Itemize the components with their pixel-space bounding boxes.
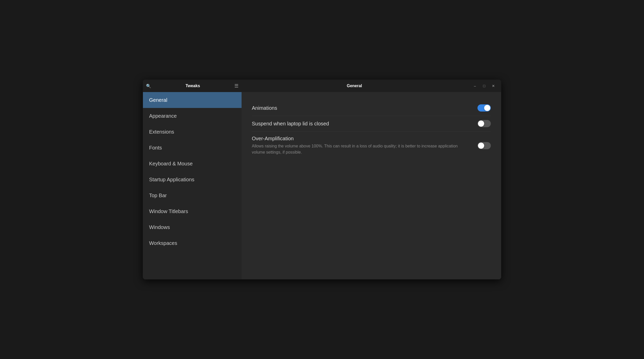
titlebar: 🔍 Tweaks ☰ General – □ ✕: [143, 80, 501, 92]
section-title: General: [347, 84, 362, 88]
setting-row-suspend-laptop-lid: Suspend when laptop lid is closed: [252, 116, 491, 132]
setting-label-over-amplification: Over-Amplification: [252, 136, 471, 142]
setting-left-suspend-laptop-lid: Suspend when laptop lid is closed: [252, 121, 477, 127]
app-name: Tweaks: [154, 84, 232, 88]
close-button[interactable]: ✕: [490, 82, 497, 89]
app-window: 🔍 Tweaks ☰ General – □ ✕ GeneralAppearan…: [143, 79, 501, 280]
maximize-button[interactable]: □: [481, 82, 488, 89]
setting-label-animations: Animations: [252, 105, 471, 111]
sidebar-item-fonts[interactable]: Fonts: [143, 140, 242, 156]
menu-icon[interactable]: ☰: [234, 83, 238, 89]
setting-row-animations: Animations: [252, 100, 491, 116]
sidebar-item-window-titlebars[interactable]: Window Titlebars: [143, 203, 242, 219]
sidebar: GeneralAppearanceExtensionsFontsKeyboard…: [143, 92, 242, 279]
minimize-button[interactable]: –: [471, 82, 479, 89]
sidebar-item-extensions[interactable]: Extensions: [143, 124, 242, 140]
setting-label-suspend-laptop-lid: Suspend when laptop lid is closed: [252, 121, 471, 127]
toggle-suspend-laptop-lid[interactable]: [477, 120, 491, 127]
toggle-over-amplification[interactable]: [477, 142, 491, 149]
toggle-slider-animations: [477, 104, 491, 112]
sidebar-item-appearance[interactable]: Appearance: [143, 108, 242, 124]
setting-row-over-amplification: Over-AmplificationAllows raising the vol…: [252, 132, 491, 159]
sidebar-item-keyboard-mouse[interactable]: Keyboard & Mouse: [143, 156, 242, 172]
titlebar-controls: – □ ✕: [467, 82, 501, 89]
toggle-slider-over-amplification: [477, 142, 491, 149]
sidebar-item-workspaces[interactable]: Workspaces: [143, 235, 242, 251]
titlebar-center: General: [242, 84, 467, 88]
sidebar-item-windows[interactable]: Windows: [143, 219, 242, 235]
toggle-knob-over-amplification: [478, 143, 484, 149]
sidebar-item-general[interactable]: General: [143, 92, 242, 108]
toggle-animations[interactable]: [477, 104, 491, 112]
sidebar-item-startup-applications[interactable]: Startup Applications: [143, 172, 242, 187]
search-icon[interactable]: 🔍: [146, 84, 151, 88]
setting-left-animations: Animations: [252, 105, 477, 111]
setting-description-over-amplification: Allows raising the volume above 100%. Th…: [252, 143, 462, 155]
setting-left-over-amplification: Over-AmplificationAllows raising the vol…: [252, 136, 477, 155]
sidebar-item-top-bar[interactable]: Top Bar: [143, 187, 242, 203]
main-content: AnimationsSuspend when laptop lid is clo…: [242, 92, 501, 279]
toggle-knob-animations: [484, 105, 490, 111]
app-body: GeneralAppearanceExtensionsFontsKeyboard…: [143, 92, 501, 279]
toggle-slider-suspend-laptop-lid: [477, 120, 491, 127]
titlebar-left: 🔍 Tweaks ☰: [143, 83, 242, 89]
toggle-knob-suspend-laptop-lid: [478, 121, 484, 127]
